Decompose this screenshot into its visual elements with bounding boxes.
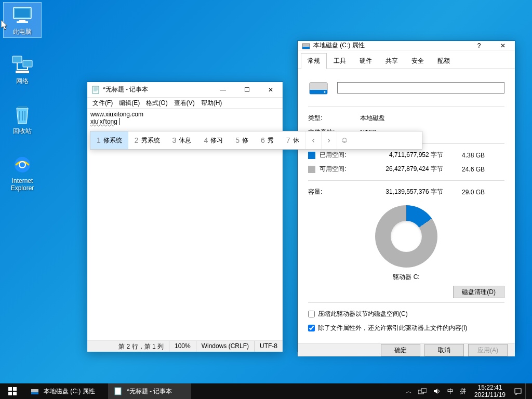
svg-rect-16 xyxy=(8,387,12,391)
drive-large-icon xyxy=(308,77,329,98)
disk-cleanup-button[interactable]: 磁盘清理(D) xyxy=(453,286,504,298)
svg-rect-4 xyxy=(12,56,22,63)
ok-button[interactable]: 确定 xyxy=(381,344,420,356)
maximize-button[interactable]: ☐ xyxy=(235,82,259,97)
compress-checkbox[interactable] xyxy=(308,311,315,317)
ime-candidate-3[interactable]: 3休息 xyxy=(166,131,198,149)
used-bytes: 4,711,677,952 字节 xyxy=(360,151,443,159)
ime-candidate-1[interactable]: 1修系统 xyxy=(90,131,128,149)
ime-candidate-7[interactable]: 7休 xyxy=(280,131,305,149)
desktop-icon-label: 回收站 xyxy=(3,127,42,135)
system-tray: ︿ 中 拼 15:22:41 2021/11/19 xyxy=(403,383,532,399)
tab-hardware[interactable]: 硬件 xyxy=(353,53,379,69)
cancel-button[interactable]: 取消 xyxy=(424,344,464,356)
properties-body: 类型:本地磁盘 文件系统:NTFS 已用空间:4,711,677,952 字节4… xyxy=(298,69,515,343)
svg-rect-1 xyxy=(15,9,30,17)
status-zoom: 100% xyxy=(169,341,196,352)
ime-next-button[interactable]: › xyxy=(321,131,337,149)
svg-rect-18 xyxy=(8,392,12,395)
tray-ime-mode[interactable]: 拼 xyxy=(457,383,469,399)
free-color-swatch xyxy=(308,166,315,173)
help-button[interactable]: ? xyxy=(467,41,491,50)
status-position: 第 2 行，第 1 列 xyxy=(113,341,169,352)
menu-edit[interactable]: 编辑(E) xyxy=(116,98,143,109)
notepad-window: *无标题 - 记事本 — ☐ ✕ 文件(F) 编辑(E) 格式(O) 查看(V)… xyxy=(87,82,283,352)
ime-emoji-button[interactable]: ☺ xyxy=(337,131,352,149)
desktop-icon-ie[interactable]: Internet Explorer xyxy=(3,152,42,194)
notepad-menubar: 文件(F) 编辑(E) 格式(O) 查看(V) 帮助(H) xyxy=(87,98,283,108)
ime-candidate-2[interactable]: 2秀系统 xyxy=(128,131,166,149)
tray-ime-lang[interactable]: 中 xyxy=(444,383,457,399)
index-label: 除了文件属性外，还允许索引此驱动器上文件的内容(I) xyxy=(318,324,467,332)
svg-rect-22 xyxy=(115,388,121,395)
tray-date: 2021/11/19 xyxy=(474,391,506,398)
compress-label: 压缩此驱动器以节约磁盘空间(C) xyxy=(318,310,408,318)
capacity-bytes: 31,139,557,376 字节 xyxy=(360,188,443,196)
notepad-statusbar: 第 2 行，第 1 列 100% Windows (CRLF) UTF-8 xyxy=(87,340,283,352)
notepad-line2: xiu'xi'tong xyxy=(90,118,117,125)
close-button[interactable]: ✕ xyxy=(491,41,515,50)
properties-footer: 确定 取消 应用(A) xyxy=(298,343,515,356)
menu-help[interactable]: 帮助(H) xyxy=(198,98,225,109)
tab-quota[interactable]: 配额 xyxy=(431,53,457,69)
tab-general[interactable]: 常规 xyxy=(301,53,327,69)
svg-rect-7 xyxy=(18,106,27,108)
ime-prev-button[interactable]: ‹ xyxy=(305,131,321,149)
tray-time: 15:22:41 xyxy=(474,384,506,391)
used-label: 已用空间: xyxy=(320,151,346,159)
type-value: 本地磁盘 xyxy=(360,114,385,123)
tab-tools[interactable]: 工具 xyxy=(327,53,353,69)
windows-logo-icon xyxy=(8,387,17,395)
taskbar-label: 本地磁盘 (C:) 属性 xyxy=(44,387,95,396)
desktop-icon-network[interactable]: 网络 xyxy=(3,52,42,87)
taskbar-button-notepad[interactable]: *无标题 - 记事本 xyxy=(108,383,191,399)
used-hr: 4.38 GB xyxy=(443,152,485,159)
notepad-icon xyxy=(113,387,123,396)
ime-candidate-6[interactable]: 6秀 xyxy=(255,131,280,149)
disk-usage-chart xyxy=(375,205,437,268)
tab-security[interactable]: 安全 xyxy=(405,53,431,69)
capacity-label: 容量: xyxy=(308,188,322,196)
svg-rect-6 xyxy=(16,71,29,73)
ime-candidate-5[interactable]: 5修 xyxy=(229,131,255,149)
svg-rect-2 xyxy=(19,20,25,21)
taskbar: 本地磁盘 (C:) 属性 *无标题 - 记事本 ︿ 中 拼 15:22:41 2… xyxy=(0,383,532,399)
menu-file[interactable]: 文件(F) xyxy=(89,98,116,109)
tray-volume-icon[interactable] xyxy=(430,383,444,399)
tray-clock[interactable]: 15:22:41 2021/11/19 xyxy=(469,384,511,398)
tray-network-icon[interactable] xyxy=(415,383,430,399)
menu-format[interactable]: 格式(O) xyxy=(143,98,170,109)
status-eol: Windows (CRLF) xyxy=(196,341,254,352)
svg-rect-19 xyxy=(13,392,17,395)
ime-candidate-4[interactable]: 4修习 xyxy=(197,131,229,149)
taskbar-button-properties[interactable]: 本地磁盘 (C:) 属性 xyxy=(25,383,108,399)
apply-button[interactable]: 应用(A) xyxy=(468,344,508,356)
notepad-titlebar[interactable]: *无标题 - 记事本 — ☐ ✕ xyxy=(87,82,283,98)
properties-titlebar[interactable]: 本地磁盘 (C:) 属性 ? ✕ xyxy=(298,41,515,50)
tab-sharing[interactable]: 共享 xyxy=(379,53,405,69)
desktop-icon-recycle-bin[interactable]: 回收站 xyxy=(3,102,42,137)
properties-window: 本地磁盘 (C:) 属性 ? ✕ 常规 工具 硬件 共享 安全 配额 类型:本地… xyxy=(297,41,515,352)
svg-rect-24 xyxy=(421,389,427,392)
tray-chevron-icon[interactable]: ︿ xyxy=(403,383,415,399)
start-button[interactable] xyxy=(0,383,25,399)
properties-title: 本地磁盘 (C:) 属性 xyxy=(313,41,467,50)
drive-icon xyxy=(30,387,39,396)
svg-rect-25 xyxy=(515,389,521,393)
tray-notifications-icon[interactable] xyxy=(511,383,525,399)
drive-icon xyxy=(302,42,310,50)
used-color-swatch xyxy=(308,152,315,159)
index-checkbox[interactable] xyxy=(308,325,315,331)
free-bytes: 26,427,879,424 字节 xyxy=(360,165,443,174)
free-hr: 24.6 GB xyxy=(443,166,485,173)
menu-view[interactable]: 查看(V) xyxy=(171,98,198,109)
svg-rect-21 xyxy=(31,392,38,394)
close-button[interactable]: ✕ xyxy=(259,82,283,97)
drive-name-input[interactable] xyxy=(337,82,504,94)
show-desktop-button[interactable] xyxy=(525,383,532,399)
svg-point-14 xyxy=(324,91,326,93)
svg-rect-3 xyxy=(17,21,28,23)
free-label: 可用空间: xyxy=(320,165,346,174)
minimize-button[interactable]: — xyxy=(211,82,235,97)
type-label: 类型: xyxy=(308,114,360,123)
